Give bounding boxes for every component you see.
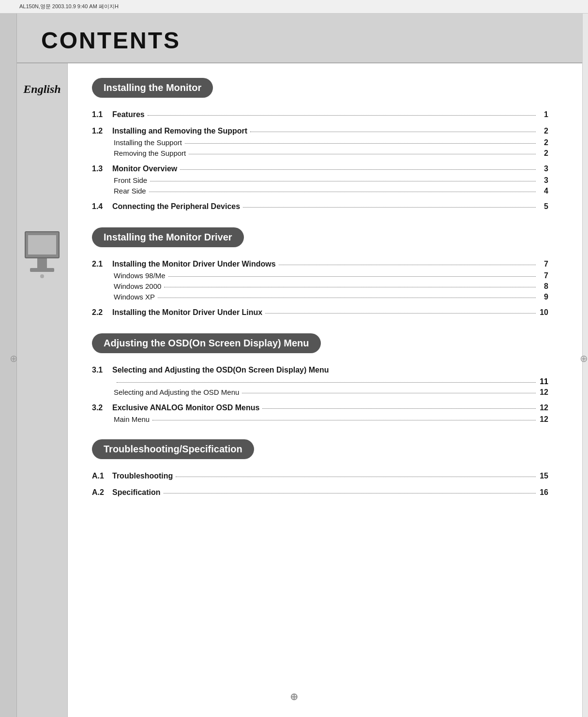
toc-sub-front-side: Front Side 3: [92, 175, 548, 186]
toc-entry-1-1: 1.1 Features 1: [92, 108, 548, 121]
toc-label-win2000: Windows 2000: [114, 282, 161, 290]
dots-a1: [176, 477, 536, 477]
dots-2-2: [265, 313, 536, 314]
page-installing-support: 2: [539, 138, 548, 147]
dots-osd-menu: [242, 393, 536, 393]
toc-sub-win2000: Windows 2000 8: [92, 281, 548, 292]
toc-label-installing-support: Installing the Support: [114, 138, 182, 147]
page-1-1: 1: [539, 110, 548, 119]
dots-1-1: [148, 115, 536, 116]
section-troubleshooting: Troubleshooting/Specification A.1 Troubl…: [92, 439, 548, 499]
top-bar: AL150N,영문 2003.10.9 9:40 AM 페이지H: [0, 0, 588, 14]
toc-title-1-3: Monitor Overview: [112, 164, 177, 173]
toc-label-front-side: Front Side: [114, 176, 147, 184]
dots-removing-support: [189, 154, 536, 154]
toc-num-a1: A.1: [92, 472, 112, 480]
dots-win2000: [164, 287, 536, 287]
toc-entry-2-2: 2.2 Installing the Monitor Driver Under …: [92, 306, 548, 319]
monitor-neck: [37, 258, 47, 268]
toc-num-1-2: 1.2: [92, 127, 112, 135]
toc-num-a2: A.2: [92, 488, 112, 497]
page-removing-support: 2: [539, 149, 548, 158]
monitor-base: [30, 268, 54, 272]
toc-label-removing-support: Removing the Support: [114, 149, 186, 157]
page-2-2: 10: [539, 308, 548, 317]
dots-winxp: [158, 298, 536, 298]
toc-sub-winxp: Windows XP 9: [92, 292, 548, 302]
monitor-screen: [28, 235, 56, 254]
dots-1-3: [180, 169, 536, 170]
toc-entry-2-1: 2.1 Installing the Monitor Driver Under …: [92, 258, 548, 270]
page-2-1: 7: [539, 260, 548, 269]
filename-label: AL150N,영문 2003.10.9 9:40 AM 페이지H: [19, 3, 119, 10]
dots-a2: [164, 493, 536, 493]
dots-3-1: [117, 382, 536, 383]
section-adjusting-osd: Adjusting the OSD(On Screen Display) Men…: [92, 333, 548, 425]
toc-label-win98: Windows 98/Me: [114, 271, 166, 280]
dots-3-2: [262, 408, 536, 409]
toc-sub-rear-side: Rear Side 4: [92, 186, 548, 196]
toc-num-3-2: 3.2: [92, 403, 112, 412]
dots-2-1: [279, 265, 536, 265]
toc-title-2-2: Installing the Monitor Driver Under Linu…: [112, 308, 262, 317]
toc-entry-1-4: 1.4 Connecting the Peripheral Devices 5: [92, 200, 548, 213]
page-win98: 7: [539, 271, 548, 280]
toc-num-3-1: 3.1: [92, 366, 112, 374]
toc-entry-a1: A.1 Troubleshooting 15: [92, 470, 548, 482]
toc-num-1-3: 1.3: [92, 164, 112, 173]
page-win2000: 8: [539, 282, 548, 291]
page-front-side: 3: [539, 176, 548, 185]
toc-title-1-4: Connecting the Peripheral Devices: [112, 202, 240, 211]
dots-front-side: [150, 181, 536, 181]
page-title: CONTENTS: [41, 28, 181, 53]
page-a1: 15: [539, 472, 548, 480]
dots-installing-support: [185, 143, 536, 144]
toc-sub-win98: Windows 98/Me 7: [92, 270, 548, 281]
toc-entry-3-1-page: 11: [92, 376, 548, 387]
toc-title-a2: Specification: [112, 488, 161, 497]
toc-label-osd-menu: Selecting and Adjusting the OSD Menu: [114, 388, 239, 396]
monitor-illustration: [23, 231, 61, 278]
page-1-2: 2: [539, 127, 548, 135]
section-header-installing-monitor: Installing the Monitor: [92, 78, 213, 98]
toc-sub-installing-support: Installing the Support 2: [92, 137, 548, 148]
toc-sub-removing-support: Removing the Support 2: [92, 148, 548, 159]
page-1-4: 5: [539, 202, 548, 211]
page-3-1: 11: [539, 377, 548, 386]
toc-num-2-2: 2.2: [92, 308, 112, 317]
toc-entry-1-3: 1.3 Monitor Overview 3: [92, 163, 548, 175]
toc-title-3-1: Selecting and Adjusting the OSD(On Scree…: [112, 366, 548, 374]
toc-sub-main-menu: Main Menu 12: [92, 414, 548, 425]
page-main-menu: 12: [539, 415, 548, 424]
dots-win98: [168, 276, 536, 277]
section-installing-driver: Installing the Monitor Driver 2.1 Instal…: [92, 227, 548, 319]
monitor-power-dot: [40, 274, 44, 278]
dots-main-menu: [152, 420, 536, 420]
page-a2: 16: [539, 488, 548, 497]
toc-title-2-1: Installing the Monitor Driver Under Wind…: [112, 260, 276, 269]
page-winxp: 9: [539, 293, 548, 301]
toc-title-1-2: Installing and Removing the Support: [112, 127, 247, 135]
body-section: English: [17, 63, 582, 717]
toc-entry-a2: A.2 Specification 16: [92, 486, 548, 499]
toc-num-1-4: 1.4: [92, 202, 112, 211]
section-header-installing-driver: Installing the Monitor Driver: [92, 227, 244, 247]
toc-entry-1-2: 1.2 Installing and Removing the Support …: [92, 125, 548, 137]
page-osd-menu: 12: [539, 388, 548, 397]
toc-title-a1: Troubleshooting: [112, 472, 173, 480]
toc-label-rear-side: Rear Side: [114, 187, 146, 195]
section-installing-monitor: Installing the Monitor 1.1 Features 1 1.…: [92, 73, 548, 213]
page-1-3: 3: [539, 164, 548, 173]
toc-sub-osd-menu: Selecting and Adjusting the OSD Menu 12: [92, 387, 548, 398]
toc-title-1-1: Features: [112, 110, 145, 119]
right-content-area: Installing the Monitor 1.1 Features 1 1.…: [68, 63, 582, 717]
toc-num-2-1: 2.1: [92, 260, 112, 269]
monitor-screen-area: [25, 231, 60, 258]
toc-label-main-menu: Main Menu: [114, 415, 150, 423]
toc-num-1-1: 1.1: [92, 110, 112, 119]
page-3-2: 12: [539, 403, 548, 412]
toc-entry-3-2: 3.2 Exclusive ANALOG Monitor OSD Menus 1…: [92, 402, 548, 414]
language-label: English: [23, 83, 60, 96]
contents-header: CONTENTS: [17, 14, 582, 63]
toc-label-winxp: Windows XP: [114, 293, 155, 301]
